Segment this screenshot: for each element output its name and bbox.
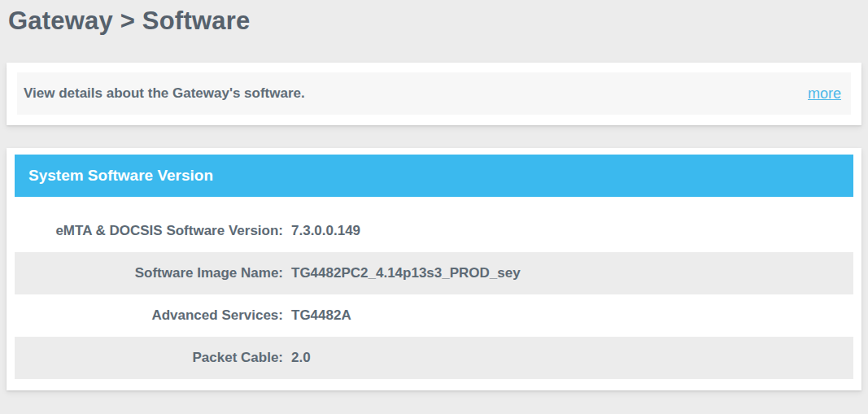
row-value: 7.3.0.0.149 (291, 223, 360, 239)
row-label: Software Image Name: (15, 265, 283, 281)
section-header-system-software-version: System Software Version (15, 155, 853, 197)
more-link[interactable]: more (808, 85, 841, 102)
page-title: Gateway > Software (8, 0, 860, 36)
table-row: Packet Cable: 2.0 (15, 337, 853, 379)
row-value: TG4482PC2_4.14p13s3_PROD_sey (291, 265, 521, 281)
row-value: TG4482A (291, 307, 351, 324)
table-row: Advanced Services: TG4482A (15, 294, 853, 337)
description-card: View details about the Gateway's softwar… (7, 63, 861, 125)
row-label: Packet Cable: (15, 350, 283, 366)
row-label: Advanced Services: (15, 307, 283, 324)
row-label: eMTA & DOCSIS Software Version: (15, 223, 283, 239)
description-text: View details about the Gateway's softwar… (24, 85, 305, 102)
table-row: Software Image Name: TG4482PC2_4.14p13s3… (15, 252, 853, 294)
table-row: eMTA & DOCSIS Software Version: 7.3.0.0.… (15, 210, 853, 252)
rows-spacer (15, 197, 853, 210)
system-software-card: System Software Version eMTA & DOCSIS So… (7, 148, 861, 390)
description-panel: View details about the Gateway's softwar… (17, 72, 851, 115)
row-value: 2.0 (291, 350, 311, 366)
